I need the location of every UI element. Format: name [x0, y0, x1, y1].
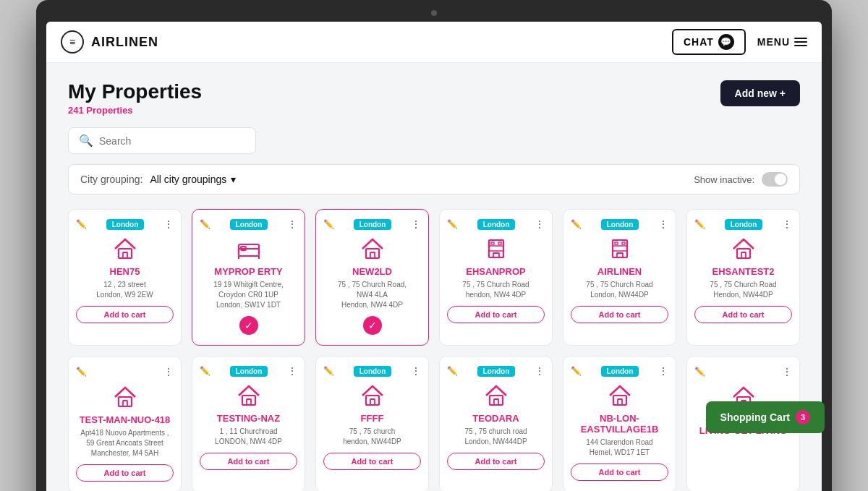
check-icon: ✓	[239, 316, 258, 335]
more-menu-icon[interactable]: ⋮	[287, 365, 297, 377]
property-card[interactable]: ✏️ London ⋮ HEN75 12 , 23 streetLondon, …	[68, 209, 182, 346]
property-card[interactable]: ✏️ London ⋮ FFFF 75 , 75 churchhendon, N…	[315, 356, 429, 491]
more-menu-icon[interactable]: ⋮	[535, 365, 545, 377]
svg-rect-13	[498, 242, 501, 244]
search-input[interactable]	[99, 135, 245, 147]
svg-rect-26	[366, 396, 379, 405]
card-address: 12 , 23 streetLondon, W9 2EW	[76, 280, 174, 300]
more-menu-icon[interactable]: ⋮	[163, 366, 174, 377]
card-top: ✏️ London ⋮	[694, 218, 792, 230]
card-name: TEST-MAN-NUO-418	[76, 414, 174, 425]
more-menu-icon[interactable]: ⋮	[782, 366, 792, 377]
property-card[interactable]: ✏️ London ⋮ MYPROP ERTY 19 19 Whitgift C…	[192, 209, 305, 346]
card-address: 1 , 11 ChurchroadLONDON, NW4 4DP	[200, 427, 297, 447]
card-name: NB-LON-EASTVILLAGE1B	[571, 413, 668, 435]
menu-icon[interactable]: ≡	[61, 30, 84, 54]
city-badge: London	[230, 366, 268, 377]
svg-rect-22	[119, 397, 132, 406]
card-address: 19 19 Whitgift Centre,Croydon CR0 1UPLon…	[200, 280, 297, 310]
city-grouping-select[interactable]: All city groupings ▾	[150, 174, 236, 185]
add-to-cart-button[interactable]: Add to cart	[76, 306, 174, 323]
property-card[interactable]: ✏️ London ⋮ TEODARA 75 , 75 church roadL…	[439, 356, 553, 491]
card-top: ✏️ London ⋮	[76, 218, 174, 230]
more-menu-icon[interactable]: ⋮	[535, 218, 545, 230]
card-top: ✏️ London ⋮	[447, 365, 545, 377]
more-menu-icon[interactable]: ⋮	[658, 365, 668, 377]
svg-rect-27	[370, 399, 375, 405]
edit-icon[interactable]: ✏️	[200, 366, 210, 376]
filter-label: City grouping:	[80, 174, 142, 185]
more-menu-icon[interactable]: ⋮	[782, 218, 792, 230]
card-top: ✏️ London ⋮	[200, 365, 297, 377]
chat-button[interactable]: CHAT 💬	[672, 29, 746, 55]
property-card[interactable]: ✏️ London ⋮ AIRLINEN 75 , 75 Church Road…	[563, 209, 676, 346]
edit-icon[interactable]: ✏️	[200, 219, 210, 229]
card-icon-area	[571, 236, 668, 262]
svg-rect-0	[119, 249, 132, 258]
more-menu-icon[interactable]: ⋮	[163, 218, 174, 230]
card-name: TESTING-NAZ	[200, 413, 297, 424]
add-to-cart-button[interactable]: Add to cart	[200, 453, 297, 470]
city-grouping-value: All city groupings	[150, 174, 226, 185]
more-menu-icon[interactable]: ⋮	[411, 365, 421, 377]
selected-check: ✓	[323, 316, 421, 335]
filter-right: Show inactive:	[694, 172, 788, 187]
edit-icon[interactable]: ✏️	[323, 219, 334, 229]
add-to-cart-button[interactable]: Add to cart	[447, 306, 545, 323]
property-card[interactable]: ✏️ London ⋮ NB-LON-EASTVILLAGE1B 144 Cla…	[563, 356, 676, 491]
city-badge: London	[354, 366, 392, 377]
card-address: 75 , 75 church roadLondon, NW444DP	[447, 427, 545, 447]
search-bar: 🔍	[68, 127, 256, 154]
filter-left: City grouping: All city groupings ▾	[80, 174, 236, 185]
card-address: 144 Clarendon RoadHemel, WD17 1ET	[571, 437, 668, 458]
property-card[interactable]: ✏️ London ⋮ NEW2LD 75 , 75 Church Road,N…	[315, 209, 429, 346]
card-icon-area	[571, 383, 668, 409]
edit-icon[interactable]: ✏️	[447, 366, 458, 376]
hamburger-icon	[794, 38, 807, 46]
card-top: ✏️ London ⋮	[200, 218, 297, 230]
card-top: ✏️ London ⋮	[323, 365, 421, 377]
add-to-cart-button[interactable]: Add to cart	[323, 453, 421, 470]
property-card[interactable]: ✏️ London ⋮ TESTING-NAZ 1 , 11 Churchroa…	[192, 356, 305, 491]
edit-icon[interactable]: ✏️	[76, 219, 87, 229]
add-to-cart-button[interactable]: Add to cart	[694, 306, 792, 323]
add-to-cart-button[interactable]: Add to cart	[571, 306, 668, 323]
menu-button[interactable]: MENU	[757, 36, 807, 48]
card-name: TEODARA	[447, 413, 545, 424]
edit-icon[interactable]: ✏️	[571, 219, 582, 229]
property-card[interactable]: ✏️ London ⋮ EHSANTEST2 75 , 75 Church Ro…	[686, 209, 800, 346]
edit-icon[interactable]: ✏️	[571, 366, 582, 376]
shopping-cart-button[interactable]: Shopping Cart 3	[706, 401, 825, 433]
more-menu-icon[interactable]: ⋮	[411, 218, 421, 230]
card-name: EHSANPROP	[447, 266, 545, 277]
show-inactive-label: Show inactive:	[694, 174, 754, 185]
edit-icon[interactable]: ✏️	[694, 219, 705, 229]
city-badge: London	[106, 219, 145, 230]
edit-icon[interactable]: ✏️	[76, 367, 87, 377]
card-icon-area	[323, 236, 421, 262]
card-top: ✏️ London ⋮	[571, 218, 668, 230]
edit-icon[interactable]: ✏️	[447, 219, 458, 229]
card-icon-area	[323, 383, 421, 409]
add-to-cart-button[interactable]: Add to cart	[76, 464, 174, 482]
add-to-cart-button[interactable]: Add to cart	[571, 464, 668, 481]
svg-rect-29	[494, 399, 498, 405]
edit-icon[interactable]: ✏️	[323, 366, 334, 376]
card-top: ✏️ ⋮	[694, 365, 792, 378]
edit-icon[interactable]: ✏️	[694, 367, 705, 377]
topbar-right: CHAT 💬 MENU	[672, 29, 807, 55]
card-name: HEN75	[76, 266, 174, 277]
property-card[interactable]: ✏️ ⋮ TEST-MAN-NUO-418 Apt418 Nuovo Apart…	[68, 356, 182, 491]
shopping-cart-label: Shopping Cart	[720, 411, 790, 423]
more-menu-icon[interactable]: ⋮	[658, 218, 668, 230]
card-icon-area	[447, 236, 545, 262]
topbar-left: ≡ AIRLINEN	[61, 30, 158, 54]
property-card[interactable]: ✏️ London ⋮ EHSANPROP 75 , 75 Church Roa…	[439, 209, 553, 346]
add-new-button[interactable]: Add new +	[720, 80, 800, 106]
show-inactive-toggle[interactable]	[762, 172, 788, 187]
card-address: Apt418 Nuovo Apartments , 59 Great Ancoa…	[76, 428, 174, 458]
add-to-cart-button[interactable]: Add to cart	[447, 453, 545, 470]
card-address: 75 , 75 Church RoadHendon, NW44DP	[694, 280, 792, 300]
card-address: 75 , 75 churchhendon, NW44DP	[323, 427, 421, 447]
more-menu-icon[interactable]: ⋮	[287, 218, 297, 230]
